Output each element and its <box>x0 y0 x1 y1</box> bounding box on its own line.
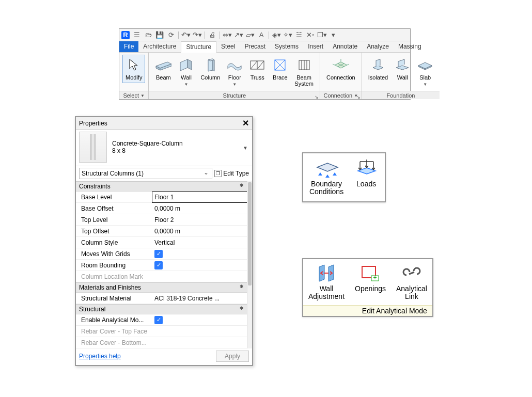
group-constraints[interactable]: Constraints✱ <box>76 181 247 192</box>
tab-precast[interactable]: Precast <box>240 41 270 52</box>
thin-lines-icon[interactable]: ☱ <box>295 31 303 39</box>
row-moves-with-grids[interactable]: Moves With Grids ✓ <box>76 248 247 260</box>
wall-adjustment-label: WallAdjustment <box>308 285 345 301</box>
checkbox-checked-icon[interactable]: ✓ <box>154 261 163 269</box>
tab-analyze[interactable]: Analyze <box>362 41 394 52</box>
foundation-wall-button[interactable]: Wall <box>391 55 414 83</box>
tab-structure[interactable]: Structure <box>181 41 216 53</box>
loads-icon <box>354 158 379 178</box>
tab-annotate[interactable]: Annotate <box>328 41 362 52</box>
quick-access-toolbar: R ☰ 🗁 💾 ⟳ ↶▾ ↷▾ 🖨 ⇔▾ ↗▾ ▱▾ A ◈▾ ✧▾ ☱ ✕▫ … <box>119 29 410 41</box>
group-materials[interactable]: Materials and Finishes✱ <box>76 282 247 293</box>
panel-connection-label[interactable]: Connection ▼↘ <box>320 91 362 99</box>
checkbox-checked-icon[interactable]: ✓ <box>154 250 163 258</box>
save-icon[interactable]: 💾 <box>155 31 164 39</box>
ribbon: R ☰ 🗁 💾 ⟳ ↶▾ ↷▾ 🖨 ⇔▾ ↗▾ ▱▾ A ◈▾ ✧▾ ☱ ✕▫ … <box>119 28 411 100</box>
palette-titlebar[interactable]: Properties ✕ <box>76 117 252 130</box>
wall-adjustment-button[interactable]: WallAdjustment <box>303 259 350 305</box>
properties-palette: Properties ✕ Concrete-Square-Column 8 x … <box>75 116 253 366</box>
panel-foundation-label: Foundation <box>362 91 440 99</box>
row-top-offset[interactable]: Top Offset 0,0000 m <box>76 226 247 237</box>
connection-button[interactable]: Connection <box>323 55 358 83</box>
row-top-level[interactable]: Top Level Floor 2 <box>76 214 247 226</box>
palette-footer: Properties help Apply <box>76 348 252 363</box>
loads-label: Loads <box>356 180 376 188</box>
modify-label: Modify <box>126 74 142 81</box>
undo-icon[interactable]: ↶▾ <box>182 31 190 39</box>
openings-icon: + <box>358 263 383 283</box>
redo-icon[interactable]: ↷▾ <box>193 31 201 39</box>
loads-button[interactable]: Loads <box>349 154 384 200</box>
measure-icon[interactable]: ⇔▾ <box>223 31 231 39</box>
qat-customize-icon[interactable]: ▾ <box>329 31 337 39</box>
dimension-align-icon[interactable]: ↗▾ <box>234 31 243 39</box>
open-icon[interactable]: 🗁 <box>144 31 152 39</box>
boundary-conditions-button[interactable]: BoundaryConditions <box>304 154 349 200</box>
isolated-button[interactable]: Isolated <box>365 55 392 83</box>
openings-button[interactable]: + Openings <box>350 259 391 305</box>
tab-massing[interactable]: Massing <box>394 41 426 52</box>
type-dropdown-icon[interactable]: ▼ <box>243 145 248 151</box>
app-logo[interactable]: R <box>121 31 130 39</box>
beam-system-label: BeamSystem <box>294 74 314 87</box>
checkbox-checked-icon[interactable]: ✓ <box>154 316 163 324</box>
row-rebar-top: Rebar Cover - Top Face <box>76 326 247 337</box>
slab-label: Slab▼ <box>419 74 431 87</box>
row-base-level[interactable]: Base Level Floor 1 <box>76 192 247 203</box>
category-select[interactable]: Structural Columns (1) <box>79 168 212 179</box>
sync-icon[interactable]: ⟳ <box>167 31 175 39</box>
ribbon-body: Modify Select ▼ Beam Wall▼ <box>119 53 410 99</box>
panel-select-label[interactable]: Select ▼ <box>119 91 148 99</box>
text-icon[interactable]: A <box>257 31 265 39</box>
3d-icon[interactable]: ◈▾ <box>272 31 280 39</box>
tab-steel[interactable]: Steel <box>216 41 240 52</box>
properties-help-link[interactable]: Properties help <box>79 353 121 360</box>
row-column-location-mark: Column Location Mark <box>76 271 247 282</box>
tab-insert[interactable]: Insert <box>303 41 328 52</box>
close-icon[interactable]: ✕ <box>242 118 249 128</box>
column-button[interactable]: Column <box>197 55 223 83</box>
group-structural[interactable]: Structural✱ <box>76 304 247 314</box>
tab-systems[interactable]: Systems <box>270 41 303 52</box>
svg-text:+: + <box>373 274 377 281</box>
analytical-link-icon <box>399 263 424 283</box>
section-icon[interactable]: ✧▾ <box>284 31 292 39</box>
beam-system-button[interactable]: BeamSystem <box>291 55 317 89</box>
truss-button[interactable]: Truss <box>246 55 269 83</box>
edit-type-button[interactable]: ❐ Edit Type <box>214 170 249 177</box>
property-grid-wrapper: Constraints✱ Base Level Floor 1 Base Off… <box>76 181 252 348</box>
switch-window-icon[interactable]: ❐▾ <box>318 31 326 39</box>
beam-system-icon <box>296 57 312 73</box>
beam-icon <box>155 57 171 73</box>
scrollbar-thumb[interactable] <box>248 182 252 285</box>
panel-foundation: Isolated Wall Slab▼ Foundation <box>362 53 440 99</box>
tab-file[interactable]: File <box>119 41 138 52</box>
row-base-offset[interactable]: Base Offset 0,0000 m <box>76 203 247 214</box>
openings-label: Openings <box>355 285 386 293</box>
palette-title: Properties <box>79 120 107 127</box>
tag-icon[interactable]: ▱▾ <box>246 31 254 39</box>
print-icon[interactable]: 🖨 <box>208 31 216 39</box>
modify-button[interactable]: Modify <box>122 55 145 83</box>
apply-button[interactable]: Apply <box>216 351 249 362</box>
scrollbar[interactable] <box>247 181 252 348</box>
svg-line-3 <box>257 61 264 69</box>
list-icon[interactable]: ☰ <box>133 31 141 39</box>
beam-button[interactable]: Beam <box>152 55 175 83</box>
analyze-panel-boundary-loads: BoundaryConditions Loads <box>302 152 386 202</box>
row-column-style[interactable]: Column Style Vertical <box>76 237 247 248</box>
floor-button[interactable]: Floor▼ <box>223 55 246 90</box>
svg-line-1 <box>251 61 257 69</box>
row-enable-analytical[interactable]: Enable Analytical Mo... ✓ <box>76 314 247 326</box>
wall-button[interactable]: Wall▼ <box>175 55 197 90</box>
brace-button[interactable]: Brace <box>269 55 291 83</box>
type-selector[interactable]: Concrete-Square-Column 8 x 8 ▼ <box>76 130 252 166</box>
slab-button[interactable]: Slab▼ <box>414 55 436 90</box>
row-structural-material[interactable]: Structural Material ACI 318-19 Concrete … <box>76 293 247 304</box>
analytical-link-button[interactable]: AnalyticalLink <box>391 259 432 305</box>
tab-architecture[interactable]: Architecture <box>138 41 181 52</box>
close-hidden-icon[interactable]: ✕▫ <box>306 31 315 39</box>
property-grid: Constraints✱ Base Level Floor 1 Base Off… <box>76 181 252 348</box>
type-size: 8 x 8 <box>112 147 248 154</box>
row-room-bounding[interactable]: Room Bounding ✓ <box>76 260 247 271</box>
